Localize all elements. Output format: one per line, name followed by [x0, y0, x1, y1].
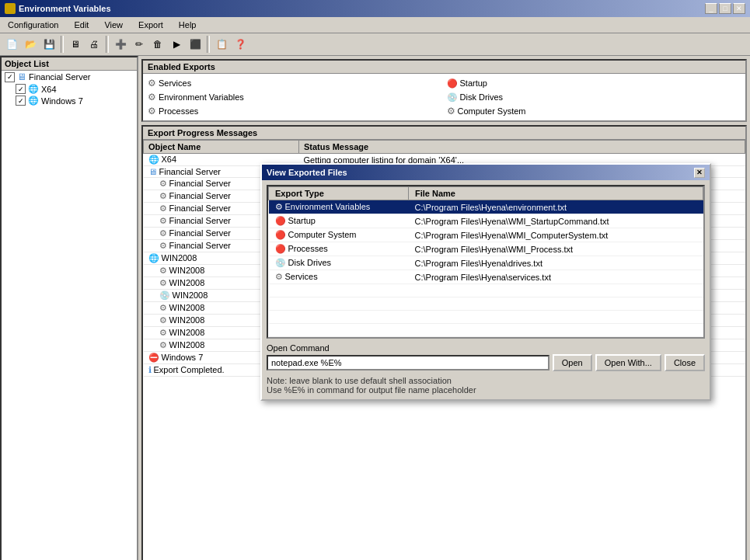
tree-icon-x64: 🌐: [28, 84, 39, 94]
col-object-header: Object Name: [144, 141, 299, 154]
menu-configuration[interactable]: Configuration: [3, 19, 63, 31]
tree-item-x64[interactable]: ✓ 🌐 X64: [2, 83, 137, 95]
row-icon-hd: 💿: [159, 290, 170, 300]
note2: Use %E% in command for output file name …: [267, 385, 705, 395]
row-icon-gear11: ⚙: [159, 328, 167, 337]
toolbar-delete[interactable]: 🗑: [149, 36, 166, 53]
row-icon-gear4: ⚙: [159, 216, 167, 225]
modal-content: Export Type File Name ⚙Environment Varia…: [262, 180, 710, 399]
export-processes[interactable]: ⚙ Processes: [146, 105, 444, 117]
toolbar: 📄 📂 💾 🖥 🖨 ➕ ✏ 🗑 ▶ ⬛ 📋 ❓: [0, 33, 750, 56]
app-icon: [5, 3, 16, 14]
col-status-header: Status Message: [299, 141, 745, 154]
row-icon-server: 🖥: [148, 167, 157, 176]
tree-label-win7: Windows 7: [41, 96, 83, 106]
progress-header: Export Progress Messages: [143, 127, 745, 140]
file-row-processes[interactable]: 🔴Processes C:\Program Files\Hyena\WMI_Pr…: [269, 242, 703, 256]
row-icon-gear: ⚙: [159, 179, 167, 188]
open-command-label: Open Command: [267, 343, 705, 353]
toolbar-sep1: [61, 36, 64, 53]
toolbar-run[interactable]: ▶: [168, 36, 185, 53]
open-command-input[interactable]: [267, 355, 549, 370]
row-icon-gear10: ⚙: [159, 315, 167, 325]
row-icon-gear2: ⚙: [159, 191, 167, 200]
window-title: Environment Variables: [19, 4, 111, 13]
comp-sys-icon: ⚙: [447, 106, 455, 117]
export-startup[interactable]: 🔴 Startup: [445, 77, 743, 89]
open-button[interactable]: Open: [553, 354, 592, 371]
object-list-header: Object List: [2, 57, 137, 71]
toolbar-stop[interactable]: ⬛: [187, 36, 204, 53]
open-with-button[interactable]: Open With...: [595, 354, 661, 371]
close-modal-button[interactable]: Close: [665, 354, 705, 371]
disk-icon: 💿: [447, 92, 458, 103]
note1: Note: leave blank to use default shell a…: [267, 376, 705, 385]
tree-item-financial-server[interactable]: ✓ 🖥 Financial Server: [2, 71, 137, 83]
view-exported-files-modal: View Exported Files ✕ Export Type File N…: [260, 163, 711, 401]
file-row-empty2: [269, 297, 703, 311]
tree-check-financial[interactable]: ✓: [5, 72, 15, 82]
row-icon-info: ℹ: [148, 365, 152, 374]
file-row-services[interactable]: ⚙Services C:\Program Files\Hyena\service…: [269, 270, 703, 284]
col-type-header: Export Type: [269, 187, 409, 200]
exports-grid: ⚙ Services 🔴 Startup ⚙ Environment Varia…: [143, 74, 745, 120]
export-processes-label: Processes: [159, 106, 198, 116]
row-icon-gear8: ⚙: [159, 278, 167, 287]
enabled-exports-header: Enabled Exports: [143, 61, 745, 74]
services-icon: ⚙: [148, 78, 156, 89]
title-bar: Environment Variables _ □ ✕: [0, 0, 750, 17]
menu-view[interactable]: View: [99, 19, 127, 31]
startup-icon: 🔴: [447, 78, 458, 89]
export-computer-system[interactable]: ⚙ Computer System: [445, 105, 743, 117]
toolbar-add[interactable]: ➕: [112, 36, 129, 53]
toolbar-help[interactable]: ❓: [232, 36, 249, 53]
env-vars-icon: ⚙: [148, 92, 156, 103]
modal-close-button[interactable]: ✕: [694, 168, 705, 178]
tree-check-x64[interactable]: ✓: [16, 84, 26, 94]
menu-edit[interactable]: Edit: [69, 19, 93, 31]
row-icon-gear3: ⚙: [159, 203, 167, 213]
toolbar-properties[interactable]: 🖥: [67, 36, 84, 53]
minimize-button[interactable]: _: [705, 3, 717, 14]
row-icon-gear6: ⚙: [159, 241, 167, 250]
tree-check-win7[interactable]: ✓: [16, 96, 26, 106]
file-table: Export Type File Name ⚙Environment Varia…: [268, 186, 703, 337]
export-env-vars[interactable]: ⚙ Environment Variables: [146, 91, 444, 103]
toolbar-open[interactable]: 📂: [22, 36, 39, 53]
toolbar-copy[interactable]: 📋: [213, 36, 230, 53]
toolbar-save[interactable]: 💾: [40, 36, 58, 53]
export-disk-drives[interactable]: 💿 Disk Drives: [445, 91, 743, 103]
file-row-startup[interactable]: 🔴Startup C:\Program Files\Hyena\WMI_Star…: [269, 214, 703, 228]
comp-row-icon: 🔴: [275, 230, 286, 239]
file-row-empty3: [269, 311, 703, 324]
file-row-disk[interactable]: 💿Disk Drives C:\Program Files\Hyena\driv…: [269, 256, 703, 270]
toolbar-print[interactable]: 🖨: [85, 36, 103, 53]
menu-export[interactable]: Export: [134, 19, 168, 31]
open-command-row: Open Open With... Close: [267, 354, 705, 371]
modal-title: View Exported Files: [267, 168, 347, 177]
toolbar-sep2: [106, 36, 109, 53]
row-icon-globe2: 🌐: [148, 253, 159, 263]
col-file-header: File Name: [409, 187, 703, 200]
maximize-button[interactable]: □: [719, 3, 731, 14]
file-row-empty4: [269, 324, 703, 337]
row-icon-gear7: ⚙: [159, 266, 167, 275]
toolbar-new[interactable]: 📄: [3, 36, 20, 53]
env-row-icon: ⚙: [275, 202, 283, 211]
toolbar-edit2[interactable]: ✏: [131, 36, 148, 53]
file-row-computer-system[interactable]: 🔴Computer System C:\Program Files\Hyena\…: [269, 228, 703, 242]
export-comp-label: Computer System: [458, 106, 526, 116]
close-button[interactable]: ✕: [733, 3, 745, 14]
row-icon-gear12: ⚙: [159, 340, 167, 350]
object-list-panel: Object List ✓ 🖥 Financial Server ✓ 🌐 X64…: [0, 56, 138, 560]
export-env-label: Environment Variables: [159, 92, 244, 102]
disk-row-icon: 💿: [275, 258, 286, 267]
proc-row-icon: 🔴: [275, 244, 286, 253]
tree-item-win7[interactable]: ✓ 🌐 Windows 7: [2, 95, 137, 106]
export-services-label: Services: [159, 78, 191, 88]
tree-icon-pc: 🖥: [17, 71, 26, 82]
startup-row-icon: 🔴: [275, 216, 286, 225]
export-services[interactable]: ⚙ Services: [146, 77, 444, 89]
file-row-env[interactable]: ⚙Environment Variables C:\Program Files\…: [269, 200, 703, 214]
menu-help[interactable]: Help: [174, 19, 201, 31]
